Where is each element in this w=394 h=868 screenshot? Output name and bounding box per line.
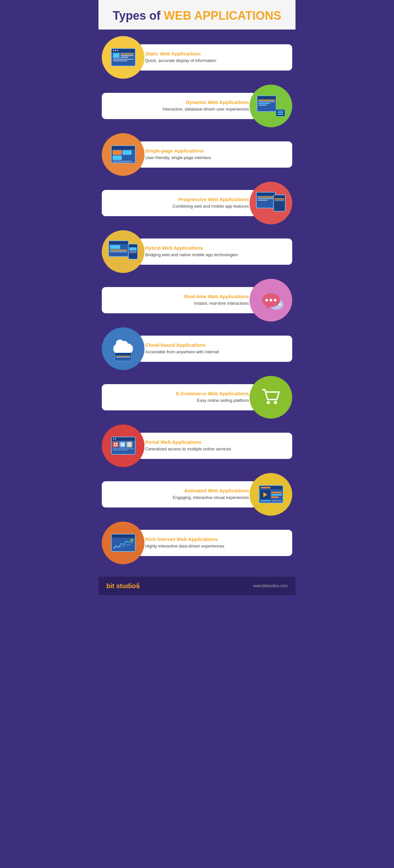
- icon-inner-ecommerce: [250, 376, 292, 418]
- icon-circle-static: [102, 36, 144, 79]
- page-wrapper: Types of WEB APPLICATIONS: [98, 0, 296, 595]
- item-row-realtime: Real-time Web Applications Instant, real…: [102, 279, 292, 321]
- footer-logo: bit studios̈: [106, 582, 140, 590]
- item-card-rich: Rich Internet Web Applications Highly in…: [138, 530, 292, 556]
- item-row-hybrid: Hybrid Web Applications Bridging web and…: [102, 230, 292, 273]
- card-desc-animated: Engaging, interactive visual experiences: [108, 495, 249, 501]
- item-row-static: Static Web Applications Quick, accurate …: [102, 36, 292, 79]
- title-highlight: WEB APPLICATIONS: [164, 9, 281, 22]
- icon-circle-hybrid: [102, 230, 144, 273]
- icon-inner-progressive: [250, 182, 292, 224]
- card-title-static: Static Web Applications: [145, 51, 286, 56]
- footer: bit studios̈ www.bitstudios.com: [98, 577, 296, 595]
- svg-point-0: [266, 401, 270, 404]
- item-row-singlepage: Single-page Applications User-friendly, …: [102, 133, 292, 176]
- item-row-rich: Rich Internet Web Applications Highly in…: [102, 522, 292, 564]
- item-row-ecommerce: E-Commerce Web Applications Easy online …: [102, 376, 292, 418]
- card-title-animated: Animated Web Applications: [108, 488, 249, 493]
- icon-circle-animated: [250, 473, 292, 516]
- item-card-cloud: Cloud-based Applications Accessible from…: [138, 336, 292, 362]
- icon-circle-progressive: [250, 182, 292, 224]
- item-card-hybrid: Hybrid Web Applications Bridging web and…: [138, 239, 292, 265]
- card-desc-rich: Highly interactive data-driven experienc…: [145, 543, 286, 549]
- icon-circle-dynamic: [250, 85, 292, 127]
- content-area: Static Web Applications Quick, accurate …: [98, 30, 296, 574]
- card-title-hybrid: Hybrid Web Applications: [145, 245, 286, 251]
- header: Types of WEB APPLICATIONS: [98, 0, 296, 30]
- item-card-realtime: Real-time Web Applications Instant, real…: [102, 287, 256, 313]
- card-title-progressive: Progressive Web Applications: [108, 196, 249, 202]
- card-title-singlepage: Single-page Applications: [145, 148, 286, 154]
- card-desc-realtime: Instant, real-time interactions: [108, 301, 249, 306]
- icon-circle-cloud: [102, 328, 144, 370]
- icon-circle-portal: [102, 425, 144, 467]
- card-desc-ecommerce: Easy online selling platform: [108, 398, 249, 403]
- card-desc-dynamic: Interactive, database-driven user experi…: [108, 106, 249, 112]
- card-title-portal: Portal Web Applications: [145, 439, 286, 445]
- card-desc-cloud: Accessible from anywhere with internet: [145, 349, 286, 355]
- item-card-ecommerce: E-Commerce Web Applications Easy online …: [102, 384, 256, 410]
- item-card-portal: Portal Web Applications Centralized acce…: [138, 433, 292, 459]
- card-title-ecommerce: E-Commerce Web Applications: [108, 391, 249, 396]
- item-card-static: Static Web Applications Quick, accurate …: [138, 44, 292, 70]
- card-desc-singlepage: User-friendly, single-page interface: [145, 155, 286, 161]
- icon-inner-cloud: [102, 328, 144, 370]
- icon-circle-ecommerce: [250, 376, 292, 418]
- svg-point-1: [274, 401, 277, 404]
- card-title-realtime: Real-time Web Applications: [108, 293, 249, 299]
- card-title-dynamic: Dynamic Web Applications: [108, 99, 249, 105]
- item-row-progressive: Progressive Web Applications Combining w…: [102, 182, 292, 224]
- item-card-singlepage: Single-page Applications User-friendly, …: [138, 142, 292, 167]
- title-prefix: Types of: [113, 9, 164, 22]
- icon-inner-singlepage: [102, 133, 144, 176]
- icon-inner-dynamic: [250, 85, 292, 127]
- icon-inner-realtime: [250, 279, 292, 321]
- item-card-progressive: Progressive Web Applications Combining w…: [102, 190, 256, 216]
- footer-logo-text: bit studios̈: [106, 582, 140, 589]
- icon-circle-realtime: [250, 279, 292, 321]
- item-card-dynamic: Dynamic Web Applications Interactive, da…: [102, 93, 256, 119]
- card-title-cloud: Cloud-based Applications: [145, 342, 286, 348]
- item-card-animated: Animated Web Applications Engaging, inte…: [102, 481, 256, 507]
- page-title: Types of WEB APPLICATIONS: [105, 9, 289, 22]
- item-row-portal: Portal Web Applications Centralized acce…: [102, 425, 292, 467]
- icon-circle-rich: [102, 522, 144, 564]
- icon-inner-static: [102, 36, 144, 79]
- icon-circle-singlepage: [102, 133, 144, 176]
- item-row-cloud: Cloud-based Applications Accessible from…: [102, 328, 292, 370]
- icon-inner-hybrid: [102, 230, 144, 273]
- card-desc-progressive: Combining web and mobile app features: [108, 204, 249, 209]
- icon-inner-portal: [102, 425, 144, 467]
- item-row-animated: Animated Web Applications Engaging, inte…: [102, 473, 292, 516]
- icon-inner-animated: [250, 473, 292, 516]
- card-title-rich: Rich Internet Web Applications: [145, 536, 286, 542]
- card-desc-hybrid: Bridging web and native mobile app techn…: [145, 252, 286, 258]
- item-row-dynamic: Dynamic Web Applications Interactive, da…: [102, 85, 292, 127]
- footer-url: www.bitstudios.com: [253, 584, 288, 588]
- card-desc-portal: Centralized access to multiple online se…: [145, 446, 286, 452]
- card-desc-static: Quick, accurate display of information: [145, 58, 286, 64]
- icon-inner-rich: [102, 522, 144, 564]
